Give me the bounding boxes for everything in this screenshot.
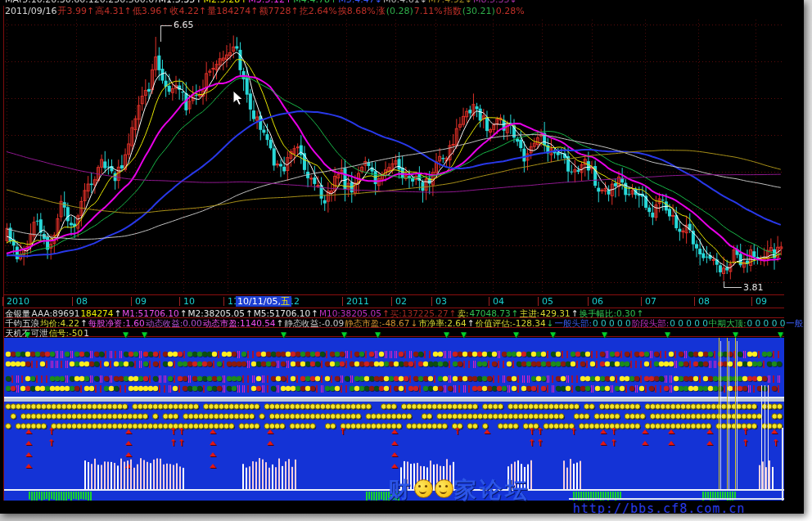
quote-field: 涨 bbox=[377, 7, 386, 16]
valuation-field: 动态收益:0.00 bbox=[146, 318, 202, 327]
smiley-icon bbox=[435, 479, 453, 498]
axis-tick-label: 08 bbox=[698, 296, 710, 307]
smiley-icon bbox=[414, 479, 433, 498]
axis-tick-label: 09 bbox=[756, 296, 767, 307]
valuation-indicator-row: 千钧五浪 均价:4.22↑每股净资:1.60 动态收益:0.00 动态市盈:11… bbox=[5, 318, 804, 327]
axis-tick-mark bbox=[751, 297, 752, 306]
volume-field: ↑ bbox=[382, 308, 390, 317]
quote-field: 扢2.64% bbox=[300, 7, 337, 16]
peak-label-connector bbox=[160, 25, 161, 42]
axis-tick-mark bbox=[391, 297, 392, 306]
valuation-field: 0 0 0 0 0 bbox=[593, 318, 631, 327]
valuation-field: ↑ bbox=[80, 318, 88, 327]
quote-field: 量184274↑ bbox=[207, 7, 258, 16]
peak-label-connector bbox=[160, 25, 172, 26]
quote-field: 额7728↑ bbox=[259, 7, 299, 16]
valuation-field: 静态收益:-0.09 bbox=[284, 318, 344, 327]
quote-field: 收4.22↑ bbox=[170, 7, 207, 16]
volume-field: ↑ bbox=[114, 308, 121, 317]
volume-field: ↑ bbox=[449, 308, 457, 317]
valuation-field: 阶段头部: bbox=[632, 318, 670, 327]
date-axis: 201008091011122011020304050607080910/11/… bbox=[0, 296, 804, 308]
valuation-field: 0 0 0 0 0 bbox=[747, 318, 786, 327]
volume-field: M2:38205.05 bbox=[188, 308, 245, 317]
volume-field: ↑ bbox=[512, 308, 519, 317]
forum-watermark: 财家论坛 bbox=[388, 475, 530, 505]
volume-field: M10:38205.05 bbox=[319, 308, 381, 317]
volume-field: ↑ bbox=[571, 308, 579, 317]
ma-header-row: MA(5,10,20,30,60,120,250,500,0) M1:5.35↑… bbox=[5, 0, 804, 2]
volume-field: 买:137225.27 bbox=[390, 308, 449, 317]
axis-tick-label: 07 bbox=[645, 296, 656, 307]
ma-value: M2:5.28↑ bbox=[203, 0, 247, 2]
quote-field: 开3.99↑ bbox=[57, 7, 94, 16]
ma-value: M6:4.61↓ bbox=[383, 0, 427, 2]
valuation-field: 静态市盈:-48.67 bbox=[345, 318, 409, 327]
mouse-cursor-icon bbox=[232, 90, 246, 106]
axis-tick-label: 2010 bbox=[7, 296, 29, 307]
valuation-field: 中期大顶: bbox=[709, 318, 747, 327]
screenshot-photo: MA(5,10,20,30,60,120,250,500,0) M1:5.35↑… bbox=[0, 0, 812, 521]
valuation-field: 市净率:2.64 bbox=[418, 318, 466, 327]
axis-tick-mark bbox=[72, 297, 73, 306]
axis-tick-label: 02 bbox=[395, 296, 407, 307]
axis-tick-label: 03 bbox=[435, 296, 447, 307]
volume-field: ↑ bbox=[636, 308, 643, 317]
low-price-label: 3.81 bbox=[743, 282, 764, 293]
quote-field: 挨8.68% bbox=[338, 7, 376, 16]
axis-tick-label: 05 bbox=[542, 296, 553, 307]
quote-field: 0.28% bbox=[496, 7, 525, 16]
quote-field: 指数 bbox=[444, 7, 462, 16]
axis-tick-label: 09 bbox=[135, 296, 147, 307]
volume-field: M5:51706.10 bbox=[254, 308, 310, 317]
valuation-field: ↑ bbox=[277, 318, 284, 327]
axis-tick-label: 04 bbox=[493, 296, 504, 307]
quote-field: 7.11% bbox=[414, 7, 443, 16]
valuation-field: 动态市盈:1140.54 bbox=[203, 318, 276, 327]
watermark-text: 财 bbox=[388, 477, 413, 502]
valuation-field: 均价:4.22 bbox=[40, 318, 79, 327]
axis-tick-mark bbox=[588, 297, 589, 306]
low-label-connector bbox=[724, 287, 742, 288]
forum-url[interactable]: http://bbs.cf8.com.cn bbox=[573, 501, 746, 514]
axis-tick-mark bbox=[2, 297, 3, 306]
watermark-text: 家论坛 bbox=[454, 477, 530, 502]
valuation-field: ↓ bbox=[410, 318, 417, 327]
ma-value: MA(5,10,20,30,60,120,250,500,0) bbox=[5, 0, 158, 2]
peak-price-label: 6.65 bbox=[174, 20, 194, 30]
low-label-connector bbox=[724, 281, 724, 288]
volume-field: 换手幅比:0.30 bbox=[580, 308, 636, 317]
axis-tick-label: 2011 bbox=[346, 296, 369, 307]
selected-date-highlight: 10/11/05,五 bbox=[236, 296, 291, 307]
quote-field: 2011/09/16 bbox=[5, 7, 56, 16]
volume-field: M1:51706.10 bbox=[122, 308, 178, 317]
ma-value: M7:4.92↓ bbox=[428, 0, 472, 2]
volume-field: 47048.73 bbox=[469, 308, 510, 317]
red-separator-line bbox=[3, 294, 784, 295]
axis-tick-mark bbox=[342, 297, 343, 306]
valuation-field: ↑ bbox=[467, 318, 475, 327]
volume-field: 184274 bbox=[80, 308, 113, 317]
valuation-field: 一般底部: bbox=[786, 318, 804, 327]
axis-tick-mark bbox=[538, 297, 539, 306]
signal-field: 信号:-50 bbox=[49, 328, 83, 337]
signal-field: 1 bbox=[83, 328, 89, 337]
axis-tick-mark bbox=[641, 297, 642, 306]
valuation-field: ↓ bbox=[547, 318, 554, 327]
axis-tick-mark bbox=[694, 297, 695, 306]
volume-field: 卖: bbox=[457, 308, 468, 317]
app-window: MA(5,10,20,30,60,120,250,500,0) M1:5.35↑… bbox=[0, 0, 804, 514]
candlestick-chart[interactable] bbox=[0, 0, 804, 296]
selected-date: 10/11/05, bbox=[237, 296, 281, 307]
axis-tick-label: 06 bbox=[592, 296, 603, 307]
volume-field: 429.31 bbox=[540, 308, 571, 317]
ma-value: M4:4.78↑ bbox=[293, 0, 337, 2]
quote-field: (0.28) bbox=[386, 7, 413, 16]
valuation-field: 每股净资:1.60 bbox=[88, 318, 145, 327]
ma-value: M8:5.35↓ bbox=[473, 0, 517, 2]
axis-tick-label: 08 bbox=[76, 296, 88, 307]
quote-field: (30.21) bbox=[462, 7, 495, 16]
axis-tick-mark bbox=[489, 297, 489, 306]
quote-info-row: 2011/09/16 开3.99↑高4.31↑低3.96↑收4.22↑量1842… bbox=[5, 7, 804, 17]
volume-field: AAA:89691 bbox=[32, 308, 80, 317]
